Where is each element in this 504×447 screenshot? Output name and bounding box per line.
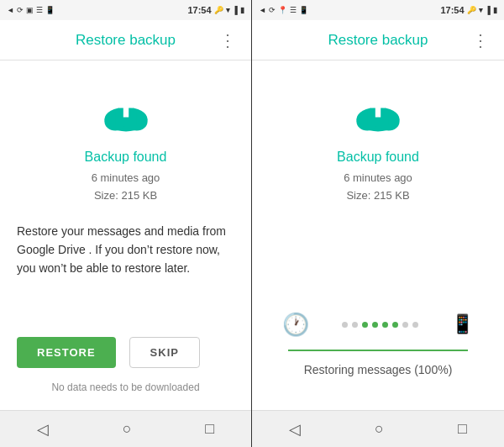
restore-button[interactable]: RESTORE <box>17 337 116 368</box>
action-buttons: RESTORE SKIP <box>13 327 200 368</box>
backup-found-label-left: Backup found <box>85 150 167 165</box>
signal-bars-icon-r: ▐ <box>486 6 491 14</box>
signal-icon: ◄ <box>7 6 14 14</box>
progress-track: 🕐 📱 <box>265 299 491 350</box>
menu-icon-status: ☰ <box>36 6 43 14</box>
status-icons-right: 17:54 🔑 ▾ ▐ ▮ <box>187 5 244 15</box>
content-right: Backup found 6 minutes ago Size: 215 KB … <box>252 60 504 410</box>
key-icon: 🔑 <box>214 6 223 14</box>
camera-icon: ▣ <box>26 6 34 14</box>
overflow-menu-right[interactable]: ⋮ <box>470 30 491 50</box>
phone-icon-status: 📱 <box>45 6 55 14</box>
cloud-icon-container-right <box>351 86 405 143</box>
progress-dots <box>319 322 441 328</box>
backup-meta-left: 6 minutes ago Size: 215 KB <box>92 170 160 205</box>
status-icons-right-r: 17:54 🔑 ▾ ▐ ▮ <box>440 5 497 15</box>
dot-1 <box>342 322 348 328</box>
toolbar-left: Restore backup ⋮ <box>0 20 251 60</box>
backup-size-left: Size: 215 KB <box>92 187 160 205</box>
sync-icon-r: ⟳ <box>269 6 276 14</box>
cloud-icon-container-left <box>99 86 153 143</box>
battery-icon-r: ▮ <box>493 6 497 14</box>
dot-7 <box>402 322 408 328</box>
status-icons-left-r: ◄ ⟳ 📍 ☰ 📱 <box>259 6 308 14</box>
backup-time-left: 6 minutes ago <box>92 170 160 187</box>
progress-area: 🕐 📱 <box>265 299 491 376</box>
no-download-label: No data needs to be downloaded <box>13 381 238 393</box>
dot-2 <box>352 322 358 328</box>
backup-size-right: Size: 215 KB <box>344 187 412 205</box>
backup-description: Restore your messages and media from Goo… <box>13 222 238 278</box>
back-nav-right[interactable]: ◁ <box>289 420 301 439</box>
signal-bars-icon: ▐ <box>233 6 238 14</box>
cloud-upload-icon-right <box>351 86 405 139</box>
backup-meta-right: 6 minutes ago Size: 215 KB <box>344 170 412 205</box>
dot-8 <box>412 322 418 328</box>
menu-icon-status-r: ☰ <box>290 6 297 14</box>
dot-3 <box>362 322 368 328</box>
home-nav-right[interactable]: ○ <box>375 420 384 438</box>
nav-bar-right: ◁ ○ □ <box>252 410 504 447</box>
dot-6 <box>392 322 398 328</box>
dot-5 <box>382 322 388 328</box>
toolbar-title-left: Restore backup <box>34 32 218 49</box>
skip-button[interactable]: SKIP <box>129 337 200 368</box>
key-icon-r: 🔑 <box>467 6 476 14</box>
backup-time-right: 6 minutes ago <box>344 170 412 187</box>
location-icon-r: 📍 <box>278 6 287 14</box>
back-nav-left[interactable]: ◁ <box>37 420 49 439</box>
recents-nav-left[interactable]: □ <box>205 420 214 438</box>
dot-4 <box>372 322 378 328</box>
screen-left: ◄ ⟳ ▣ ☰ 📱 17:54 🔑 ▾ ▐ ▮ Restore backup ⋮ <box>0 0 252 447</box>
toolbar-title-right: Restore backup <box>286 32 470 49</box>
toolbar-right: Restore backup ⋮ <box>252 20 504 60</box>
overflow-menu-left[interactable]: ⋮ <box>218 30 238 50</box>
screen-right: ◄ ⟳ 📍 ☰ 📱 17:54 🔑 ▾ ▐ ▮ Restore backup ⋮ <box>252 0 504 447</box>
status-icons-left: ◄ ⟳ ▣ ☰ 📱 <box>7 6 55 14</box>
home-nav-left[interactable]: ○ <box>123 420 132 438</box>
battery-icon: ▮ <box>240 6 244 14</box>
time-left: 17:54 <box>187 5 211 15</box>
recents-nav-right[interactable]: □ <box>458 420 467 438</box>
sync-icon: ⟳ <box>17 6 24 14</box>
time-right: 17:54 <box>440 5 464 15</box>
phone-icon: 📱 <box>451 313 474 335</box>
history-icon: 🕐 <box>282 312 309 338</box>
cloud-upload-icon-left <box>99 86 153 139</box>
restoring-messages-label: Restoring messages (100%) <box>304 363 453 376</box>
wifi-icon: ▾ <box>226 6 230 14</box>
status-bar-left: ◄ ⟳ ▣ ☰ 📱 17:54 🔑 ▾ ▐ ▮ <box>0 0 251 20</box>
backup-found-label-right: Backup found <box>337 150 419 165</box>
status-bar-right: ◄ ⟳ 📍 ☰ 📱 17:54 🔑 ▾ ▐ ▮ <box>252 0 504 20</box>
nav-bar-left: ◁ ○ □ <box>0 410 251 447</box>
signal-icon-r: ◄ <box>259 6 266 14</box>
progress-line <box>288 350 468 351</box>
phone-icon-status-r: 📱 <box>299 6 308 14</box>
wifi-icon-r: ▾ <box>479 6 483 14</box>
content-left: Backup found 6 minutes ago Size: 215 KB … <box>0 60 251 410</box>
